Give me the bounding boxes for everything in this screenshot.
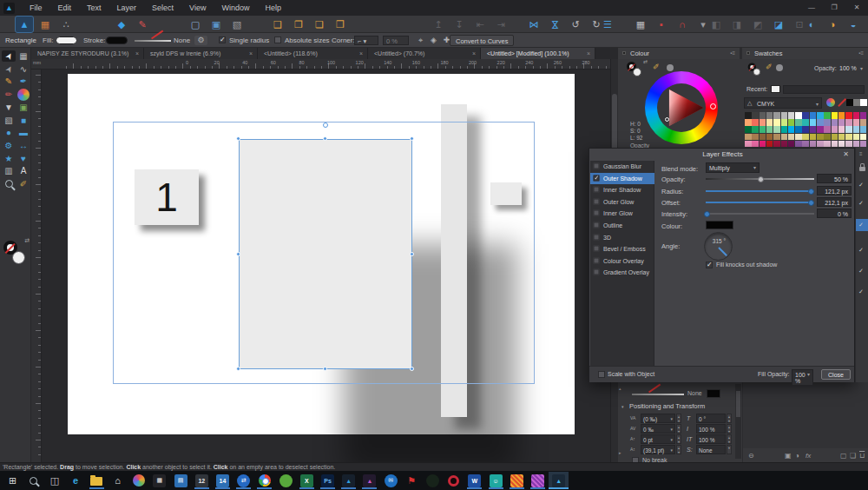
stepper[interactable]: ▴ ▾ <box>676 434 681 444</box>
swatch[interactable] <box>788 112 795 119</box>
swatch[interactable] <box>832 141 838 148</box>
effect-outline[interactable]: Outline <box>590 220 654 232</box>
paint-app-icon[interactable]: ⚑ <box>402 472 422 489</box>
layer-visibility-checkbox[interactable]: ✓ <box>858 182 864 189</box>
single-radius-checkbox[interactable] <box>219 36 226 43</box>
opacity-dropdown-arrow[interactable]: ▾ <box>860 65 863 71</box>
swatch[interactable] <box>832 126 838 133</box>
layer-visibility-checkbox[interactable]: ✓ <box>858 288 864 295</box>
swatch[interactable] <box>795 119 802 126</box>
text-stroke-none[interactable]: None <box>687 390 702 396</box>
swatches-opacity-value[interactable]: 100 % <box>839 65 857 71</box>
swatch[interactable] <box>745 112 752 119</box>
swatch[interactable] <box>845 112 852 119</box>
layer-row-selected[interactable]: ✓ <box>856 219 868 231</box>
swatch-fill-stroke-selector[interactable] <box>748 63 765 78</box>
swatch[interactable] <box>766 126 773 133</box>
rotate-ccw-button[interactable]: ↺ <box>567 17 584 32</box>
effect-checkbox[interactable] <box>594 175 600 181</box>
pixel-preview-button[interactable]: ▪ <box>653 17 670 32</box>
menu-window[interactable]: Window <box>214 0 257 16</box>
notes-icon[interactable]: ▤ <box>171 472 191 489</box>
panel-menu-icon[interactable]: ▪≡ <box>730 50 735 56</box>
cycle-origin-icon[interactable]: ⌖ <box>414 36 427 45</box>
selection-fill-mode-button[interactable]: ▣ <box>207 17 225 32</box>
swatch[interactable] <box>810 141 817 148</box>
panel-scrollbar[interactable] <box>735 384 741 459</box>
swatch[interactable] <box>745 141 752 148</box>
store-icon[interactable]: ⌂ <box>108 472 128 489</box>
effect-checkbox[interactable] <box>594 210 600 216</box>
node-tool[interactable]: ➤ <box>2 63 16 75</box>
fill-swatch[interactable] <box>56 36 77 44</box>
swatch[interactable] <box>802 112 809 119</box>
close-button[interactable]: Close <box>821 369 851 380</box>
effect-checkbox[interactable] <box>594 187 600 193</box>
stroke-width-preview[interactable] <box>135 40 171 42</box>
swatch-picker-icon[interactable]: ✐ <box>766 63 773 71</box>
blend-options-icon[interactable]: ⊖ <box>748 452 754 460</box>
leading-field[interactable]: (39,1 pt) ▾ <box>641 445 675 454</box>
stepper[interactable]: ▴ ▾ <box>727 414 732 423</box>
swatch[interactable] <box>845 141 852 148</box>
swatch[interactable] <box>773 126 780 133</box>
swatch[interactable] <box>788 119 795 126</box>
swatch[interactable] <box>781 141 788 148</box>
swatch[interactable] <box>824 112 831 119</box>
ruler-unit-label[interactable]: mm <box>33 60 41 65</box>
insert-on-top-button[interactable]: ◒ <box>845 17 862 32</box>
swatch[interactable] <box>817 119 824 126</box>
search-icon[interactable] <box>23 472 43 489</box>
colour-picker-icon[interactable]: ✐ <box>653 63 660 71</box>
tab-close-icon[interactable]: × <box>359 50 363 56</box>
swatch[interactable] <box>773 134 780 141</box>
swatch[interactable] <box>810 112 817 119</box>
stepper[interactable]: ▴ ▾ <box>676 445 681 454</box>
effect-checkbox[interactable] <box>594 257 600 263</box>
place-shape-badge-button[interactable]: ◆ <box>113 17 130 32</box>
distribute-vertical-button[interactable]: ⇥ <box>492 17 510 32</box>
align-top-button[interactable]: ↥ <box>430 17 447 32</box>
shadow-colour-swatch[interactable] <box>706 221 733 229</box>
swatch[interactable] <box>810 134 817 141</box>
canvas-viewport[interactable]: 1 <box>42 70 610 462</box>
swatch[interactable] <box>766 119 773 126</box>
effect-inner-shadow[interactable]: Inner Shadow <box>590 184 654 196</box>
flip-vertical-button[interactable]: ⋈ <box>546 17 563 32</box>
export-persona-button[interactable]: ∴ <box>57 17 75 32</box>
stepper[interactable]: ▴ ▾ <box>676 414 681 423</box>
layer-effects-icon[interactable]: fx <box>806 452 811 460</box>
swatch[interactable] <box>781 119 788 126</box>
sl-indicator[interactable] <box>665 117 669 122</box>
arrow-shape-tool[interactable]: ↔ <box>16 140 30 151</box>
flip-horizontal-button[interactable]: ⋈ <box>525 17 542 32</box>
swatch[interactable] <box>745 119 752 126</box>
effect-checkbox[interactable] <box>594 246 600 252</box>
dialog-close-icon[interactable]: ✕ <box>843 150 849 158</box>
move-to-front-button[interactable]: ❑ <box>269 17 286 32</box>
palette-dropdown[interactable]: △ CMYK ▾ <box>744 97 822 109</box>
pixel-persona-button[interactable]: ▦ <box>36 17 54 32</box>
menu-help[interactable]: Help <box>257 0 289 16</box>
swatch[interactable] <box>817 141 824 148</box>
swatch-grey[interactable] <box>853 99 860 106</box>
effect-bevel-emboss[interactable]: Bevel / Emboss <box>590 243 654 255</box>
vector-brush-tool[interactable]: ✏ <box>2 89 16 100</box>
radius-slider[interactable] <box>706 190 814 192</box>
swatch[interactable] <box>795 134 802 141</box>
scale-with-object-checkbox[interactable] <box>598 371 605 378</box>
boolean-subtract-button[interactable]: ◨ <box>728 17 746 32</box>
swatch[interactable] <box>766 112 773 119</box>
photoshop-icon[interactable]: Ps <box>318 472 338 489</box>
swatch[interactable] <box>838 126 845 133</box>
offset-slider-thumb[interactable] <box>808 200 814 206</box>
absolute-sizes-checkbox[interactable] <box>274 36 281 43</box>
selection-transform-mode-button[interactable]: ▧ <box>228 17 246 32</box>
selection-handle[interactable] <box>323 367 327 371</box>
recorder-icon[interactable] <box>444 472 464 489</box>
swatch[interactable] <box>781 134 788 141</box>
tracking-field[interactable]: 0 ‰ ▾ <box>641 424 675 434</box>
baseline-field[interactable]: 0 pt ▾ <box>641 434 675 444</box>
swatch[interactable] <box>773 119 780 126</box>
affinity-designer-icon[interactable]: ▲ <box>339 472 358 489</box>
